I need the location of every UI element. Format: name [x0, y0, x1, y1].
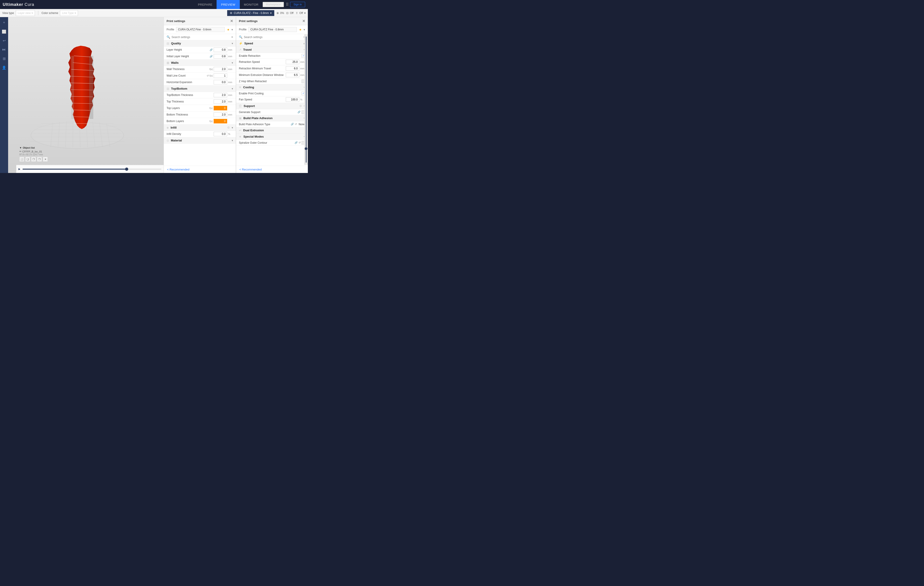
- section-cooling[interactable]: ❄ Cooling ▾: [236, 84, 308, 91]
- top-layers-input[interactable]: [214, 106, 227, 110]
- setting-bottom-layers: Bottom Layers f(x): [164, 118, 236, 125]
- profile-select-left[interactable]: CURA OLATZ Fine · 0.6mm: [176, 27, 225, 32]
- sidebar-play-icon[interactable]: ⏭: [1, 46, 7, 53]
- layer-height-input[interactable]: [214, 48, 227, 52]
- bottom-bar: ▶: [16, 165, 163, 173]
- panel-title-right: Print settings: [239, 20, 257, 23]
- print-settings-panel-right: Print settings ✕ Profile CURA OLATZ Fine…: [236, 17, 308, 173]
- profile-select-right[interactable]: CURA OLATZ Fine · 0.8mm: [248, 27, 297, 32]
- search-input-right[interactable]: [244, 36, 302, 39]
- timeline-thumb[interactable]: [125, 168, 128, 171]
- initial-layer-height-input[interactable]: [214, 54, 227, 59]
- vertical-scrollbar[interactable]: [304, 34, 308, 165]
- obj-action-3[interactable]: ❒: [31, 157, 36, 162]
- section-quality[interactable]: ▤ Quality ▾: [164, 40, 236, 47]
- support-filter-icon[interactable]: ⚙: [299, 104, 302, 108]
- horizontal-expansion-input[interactable]: [214, 80, 227, 84]
- section-support[interactable]: ⛱ Support ⚙ ▾: [236, 103, 308, 109]
- obj-action-4[interactable]: ❐: [37, 157, 42, 162]
- section-dual-extrusion[interactable]: ⇌ Dual Extrusion ‹: [236, 127, 308, 133]
- section-speed[interactable]: ⚡ Speed ▸: [236, 40, 308, 47]
- search-input-left[interactable]: [172, 36, 230, 39]
- section-infill[interactable]: ◈ Infill ⚙ ▾: [164, 125, 236, 131]
- min-extrusion-input[interactable]: [286, 73, 299, 77]
- settings-icon: ⚙: [230, 12, 233, 15]
- bottom-thickness-input[interactable]: [214, 112, 227, 117]
- sidebar-object-icon[interactable]: ⬜: [1, 28, 7, 35]
- infill-settings-icon[interactable]: ⚙: [227, 126, 230, 129]
- search-row-right: 🔍 ≡: [236, 34, 308, 40]
- section-travel[interactable]: ↗ Travel ▾: [236, 47, 308, 53]
- play-button[interactable]: ▶: [18, 168, 20, 171]
- timeline[interactable]: [23, 169, 162, 170]
- grid-icon[interactable]: ⠿: [286, 2, 289, 7]
- marketplace-button[interactable]: Marketplace: [262, 2, 284, 7]
- infill-icon: ◈: [167, 126, 169, 129]
- color-scheme-select[interactable]: Line Type ▾: [60, 10, 78, 16]
- brand-cura: Cura: [25, 2, 34, 7]
- retraction-speed-input[interactable]: [286, 60, 299, 64]
- nav-menu: PREPARE PREVIEW MONITOR Marketplace ⠿ Si…: [194, 0, 305, 9]
- top-thickness-input[interactable]: [214, 99, 227, 104]
- support-icon: ⊗: [277, 12, 279, 15]
- setting-top-thickness: Top Thickness mm: [164, 99, 236, 105]
- print-settings-panel-left: Print settings ✕ Profile CURA OLATZ Fine…: [163, 17, 236, 173]
- panel-close-left[interactable]: ✕: [230, 19, 233, 23]
- sidebar-undo-icon[interactable]: ↩: [1, 37, 7, 44]
- sidebar-grid-icon[interactable]: ⊞: [1, 55, 7, 62]
- printer-badge[interactable]: ⚙ CURA OLATZ - Fine - 0.8mm ▾: [227, 10, 274, 16]
- upload-icon: ⇧: [296, 12, 298, 15]
- setting-horizontal-expansion: Horizontal Expansion mm: [164, 79, 236, 86]
- signin-button[interactable]: Sign in: [290, 2, 305, 7]
- search-icon-left: 🔍: [167, 35, 170, 39]
- profile-label-right: Profile: [239, 28, 247, 31]
- sidebar-add-icon[interactable]: +: [1, 20, 7, 26]
- setting-top-layers: Top Layers f(x): [164, 105, 236, 112]
- recommended-button-right[interactable]: < Recommended: [236, 166, 308, 173]
- section-buildplate[interactable]: ▣ Build Plate Adhesion ▾: [236, 115, 308, 122]
- sidebar-person-icon[interactable]: 👤: [1, 64, 7, 71]
- section-walls[interactable]: ▦ Walls ▾: [164, 60, 236, 66]
- retraction-min-travel-input[interactable]: [286, 66, 299, 71]
- topbottom-thickness-input[interactable]: [214, 93, 227, 97]
- 3d-model: [54, 44, 112, 132]
- scrollbar-thumb[interactable]: [305, 147, 307, 150]
- fan-speed-input[interactable]: [286, 97, 299, 102]
- obj-action-1[interactable]: ⬜: [20, 157, 24, 162]
- recommended-button-left[interactable]: < Recommended: [164, 166, 236, 173]
- panel-header-left: Print settings ✕: [164, 17, 236, 25]
- bottom-layers-input[interactable]: [214, 119, 227, 123]
- wall-line-count-input[interactable]: [214, 73, 227, 78]
- section-topbottom[interactable]: ▥ Top/Bottom ▾: [164, 86, 236, 92]
- wall-thickness-input[interactable]: [214, 67, 227, 71]
- upload-off: Off: [299, 12, 303, 15]
- nav-prepare[interactable]: PREPARE: [194, 0, 216, 9]
- panel-title-left: Print settings: [167, 20, 185, 23]
- fan-off: Off: [290, 12, 294, 15]
- profile-star-left[interactable]: ★: [227, 28, 229, 31]
- profile-star-right[interactable]: ★: [299, 28, 302, 31]
- obj-action-5[interactable]: ✕: [43, 157, 48, 162]
- object-dimensions: 97.8 x 92.3 x 224.7 mm: [20, 153, 48, 156]
- scrollbar-track: [306, 36, 307, 163]
- view-type-label: View type: [2, 12, 14, 15]
- timeline-fill: [23, 169, 127, 170]
- settings-menu-icon-left[interactable]: ≡: [231, 35, 233, 39]
- panel-close-right[interactable]: ✕: [302, 19, 305, 23]
- setting-wall-line-count: Wall Line Count ↺ f(x): [164, 72, 236, 79]
- section-material[interactable]: ◎ Material ▾: [164, 137, 236, 144]
- obj-action-2[interactable]: ❑: [25, 157, 30, 162]
- object-list-title: ▼ Object list: [20, 146, 48, 149]
- toolbar: View type Layer view ▾ Color scheme Line…: [0, 9, 308, 17]
- profile-chevron-right[interactable]: ▾: [304, 28, 305, 31]
- setting-spiralize: Spiralize Outer Contour 🔗 ↺: [236, 140, 308, 146]
- profile-chevron-left[interactable]: ▾: [231, 28, 233, 31]
- setting-z-hop: Z Hop When Retracted: [236, 78, 308, 84]
- view-type-select[interactable]: Layer view ▾: [16, 10, 35, 16]
- settings-body-left: ▤ Quality ▾ Layer Height 🔗 mm Initial La…: [164, 40, 236, 166]
- nav-preview[interactable]: PREVIEW: [216, 0, 240, 9]
- nav-monitor[interactable]: MONITOR: [240, 0, 262, 9]
- left-sidebar: + ⬜ ↩ ⏭ ⊞ 👤: [0, 17, 8, 173]
- infill-density-input[interactable]: [214, 132, 227, 136]
- section-special-modes[interactable]: ★ Special Modes ▾: [236, 133, 308, 140]
